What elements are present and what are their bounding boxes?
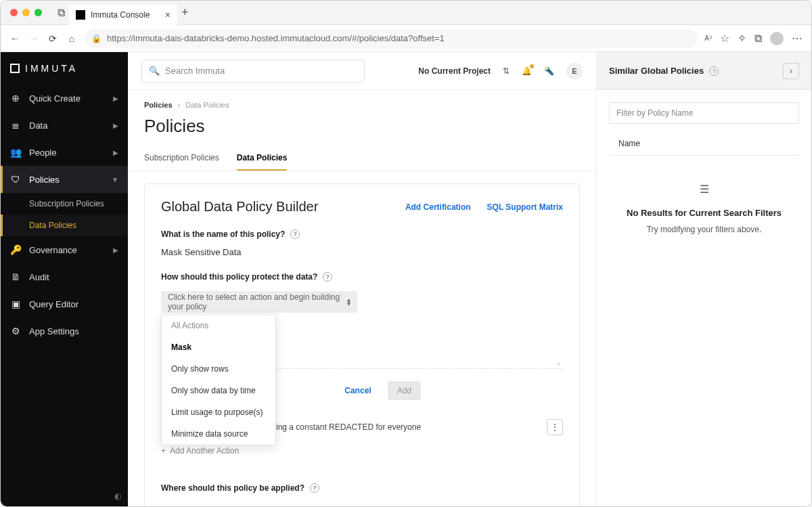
nav-policies[interactable]: 🛡 Policies ▼: [1, 166, 128, 193]
nav-people[interactable]: 👥 People ▶: [1, 139, 128, 166]
nav-label: App Settings: [29, 326, 79, 336]
dropdown-item-minimize-data-source[interactable]: Minimize data source: [162, 423, 275, 445]
project-switcher-caret-icon[interactable]: ⇅: [503, 66, 510, 76]
nav-data[interactable]: ≣ Data ▶: [1, 112, 128, 139]
nav-audit[interactable]: 🗎 Audit: [1, 263, 128, 290]
help-icon[interactable]: ?: [310, 483, 319, 493]
search-placeholder: Search Immuta: [165, 66, 225, 76]
browser-refresh-button[interactable]: ⟳: [47, 33, 59, 44]
panel-title: Similar Global Policies: [609, 66, 704, 76]
terminal-icon: ▣: [10, 299, 21, 309]
updown-caret-icon: ▴▾: [347, 298, 351, 306]
apply-where-label: Where should this policy be applied? ?: [161, 483, 563, 493]
brand-logo[interactable]: IMMUTA: [1, 52, 128, 85]
chevron-right-icon: ▶: [113, 149, 118, 156]
sql-support-matrix-link[interactable]: SQL Support Matrix: [487, 202, 563, 212]
new-tab-button[interactable]: +: [181, 5, 189, 20]
url-text: https://immuta-dais-databricks-demo.host…: [107, 33, 445, 43]
extensions-icon[interactable]: ✧: [738, 32, 746, 45]
filter-input[interactable]: Filter by Policy Name: [609, 102, 799, 124]
breadcrumb: Policies › Data Policies: [144, 101, 580, 109]
nav-label: Quick Create: [29, 93, 81, 104]
profile-avatar[interactable]: [770, 32, 784, 45]
tab-favicon-icon: [76, 10, 85, 20]
policy-name-input[interactable]: Mask Sensitive Data: [161, 247, 563, 257]
tab-subscription-policies[interactable]: Subscription Policies: [144, 153, 219, 171]
browser-home-button[interactable]: ⌂: [66, 33, 78, 44]
action-select[interactable]: Click here to select an action and begin…: [161, 291, 357, 313]
rule-summary: ing a constant REDACTED for everyone: [276, 422, 547, 432]
browser-forward-button: →: [28, 33, 40, 44]
browser-url-field[interactable]: 🔒 https://immuta-dais-databricks-demo.ho…: [85, 29, 698, 48]
search-input[interactable]: 🔍 Search Immuta: [141, 60, 365, 83]
subnav-subscription-policies[interactable]: Subscription Policies: [1, 193, 128, 215]
browser-tab-bar: ⧉ Immuta Console × +: [1, 1, 811, 25]
empty-title: No Results for Current Search Filters: [609, 208, 799, 218]
similar-policies-panel: Similar Global Policies ? › Filter by Po…: [596, 52, 811, 506]
policy-name-label: What is the name of this policy? ?: [161, 229, 563, 239]
add-another-action-button[interactable]: + Add Another Action: [161, 446, 239, 456]
add-button[interactable]: Add: [388, 381, 421, 400]
people-icon: 👥: [10, 147, 21, 158]
project-label: No Current Project: [418, 66, 491, 76]
breadcrumb-root[interactable]: Policies: [144, 101, 173, 109]
rule-menu-button[interactable]: ⋮: [547, 419, 563, 435]
cancel-button[interactable]: Cancel: [338, 381, 378, 400]
minimize-window-icon[interactable]: [22, 9, 30, 16]
add-certification-link[interactable]: Add Certification: [405, 202, 471, 212]
empty-state: ☰ No Results for Current Search Filters …: [609, 183, 799, 234]
key-icon: 🔑: [10, 244, 21, 255]
nav-app-settings[interactable]: ⚙ App Settings: [1, 317, 128, 345]
nav-governance[interactable]: 🔑 Governance ▶: [1, 236, 128, 263]
browser-back-button[interactable]: ←: [9, 33, 21, 44]
flashlight-icon[interactable]: 🔦: [544, 66, 554, 76]
subnav-label: Subscription Policies: [29, 199, 104, 208]
help-icon[interactable]: ?: [323, 272, 332, 282]
nav-label: Policies: [29, 175, 60, 185]
gear-icon: ⚙: [10, 326, 21, 336]
chevron-right-icon: ▶: [113, 246, 118, 254]
dropdown-item-only-show-data-by-time[interactable]: Only show data by time: [162, 380, 275, 401]
protect-data-label: How should this policy protect the data?…: [161, 272, 563, 282]
filter-placeholder: Filter by Policy Name: [616, 108, 693, 118]
sidebar-collapse-button[interactable]: ◐: [1, 486, 128, 506]
help-icon[interactable]: ?: [709, 66, 719, 76]
nav-query-editor[interactable]: ▣ Query Editor: [1, 290, 128, 317]
collapse-panel-button[interactable]: ›: [783, 63, 799, 79]
column-header-name: Name: [609, 139, 799, 148]
nav-label: People: [29, 148, 56, 158]
nav-quick-create[interactable]: ⊕ Quick Create ▶: [1, 85, 128, 112]
nav-label: Governance: [29, 245, 77, 255]
chevron-right-icon: ›: [178, 101, 181, 109]
tab-data-policies[interactable]: Data Policies: [237, 153, 288, 171]
traffic-lights: [10, 9, 42, 16]
page-title: Policies: [144, 116, 580, 137]
divider: [609, 155, 799, 156]
nav-label: Data: [29, 120, 47, 131]
help-icon[interactable]: ?: [290, 229, 300, 239]
breadcrumb-current: Data Policies: [185, 101, 229, 109]
dropdown-item-mask[interactable]: Mask: [162, 336, 275, 358]
select-placeholder: Click here to select an action and begin…: [168, 292, 347, 311]
dropdown-item-only-show-rows[interactable]: Only show rows: [162, 358, 275, 380]
browser-menu-icon[interactable]: ⋯: [792, 32, 803, 45]
plus-circle-icon: ⊕: [10, 93, 21, 104]
empty-subtitle: Try modifying your filters above.: [609, 225, 799, 234]
workspaces-icon[interactable]: ⧉: [53, 5, 69, 21]
dropdown-header: All Actions: [162, 315, 275, 336]
tab-close-icon[interactable]: ×: [165, 9, 171, 20]
maximize-window-icon[interactable]: [35, 9, 42, 16]
collections-icon[interactable]: ⧉: [754, 32, 762, 45]
favorite-icon[interactable]: ☆: [720, 32, 729, 45]
notifications-button[interactable]: 🔔: [522, 66, 532, 76]
app-sidebar: IMMUTA ⊕ Quick Create ▶ ≣ Data ▶ 👥 Peopl…: [1, 52, 128, 506]
subnav-data-policies[interactable]: Data Policies: [1, 215, 128, 236]
user-menu[interactable]: E: [566, 63, 583, 79]
read-aloud-icon[interactable]: A⁾⁾: [704, 35, 712, 42]
nav-label: Query Editor: [29, 299, 78, 309]
project-switcher[interactable]: No Current Project: [418, 66, 491, 76]
dropdown-item-limit-usage[interactable]: Limit usage to purpose(s): [162, 401, 275, 423]
browser-tab-immuta[interactable]: Immuta Console ×: [69, 5, 177, 25]
close-window-icon[interactable]: [10, 9, 18, 16]
lock-icon: 🔒: [91, 34, 102, 43]
